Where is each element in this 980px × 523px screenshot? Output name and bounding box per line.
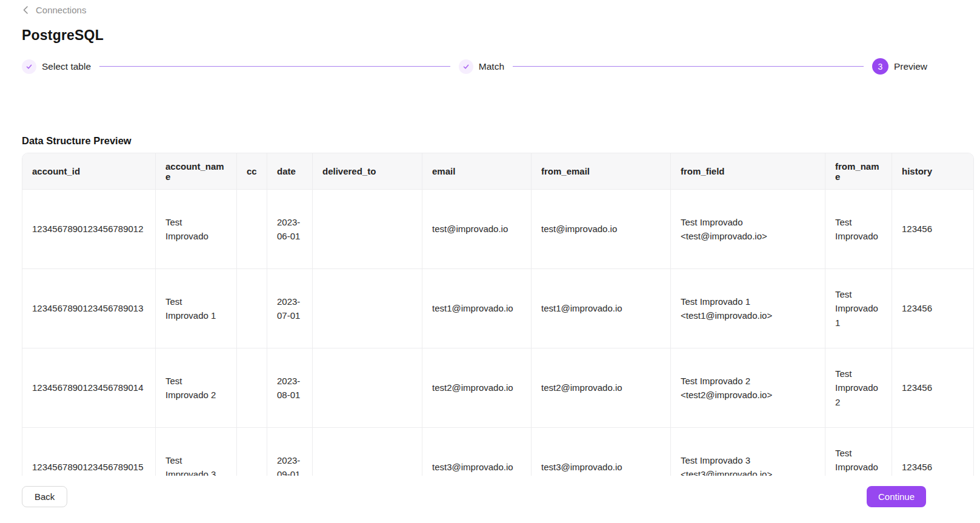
column-header-from_email: from_email	[532, 153, 671, 190]
table-cell: Test Improvado 2	[825, 348, 892, 428]
table-cell: test2@improvado.io	[422, 348, 532, 428]
table-cell: test2@improvado.io	[532, 348, 671, 428]
data-preview-table: account_idaccount_nameccdatedelivered_to…	[22, 153, 974, 507]
breadcrumb-label: Connections	[36, 5, 86, 15]
step-done-check-icon	[22, 59, 36, 74]
table-cell: Test Improvado	[825, 190, 892, 269]
postgresql-preview-page: Connections PostgreSQL Select table Matc…	[0, 0, 980, 523]
column-header-date: date	[267, 153, 313, 190]
step-select-table[interactable]: Select table	[22, 59, 91, 74]
table-cell: 123456	[892, 348, 974, 428]
table-cell: 2023-06-01	[267, 190, 313, 269]
step-number-badge: 3	[872, 58, 888, 75]
table-cell: 2023-07-01	[267, 269, 313, 348]
back-button[interactable]: Back	[22, 486, 67, 507]
step-done-check-icon	[459, 59, 473, 74]
table-cell	[237, 348, 267, 428]
table-row: 1234567890123456789013Test Improvado 120…	[22, 269, 974, 348]
table-cell: 1234567890123456789012	[22, 190, 156, 269]
table-cell: 1234567890123456789013	[22, 269, 156, 348]
step-label: Preview	[894, 61, 927, 72]
wizard-stepper: Select table Match 3 Preview	[22, 58, 927, 75]
column-header-email: email	[422, 153, 532, 190]
table-cell: test@improvado.io	[532, 190, 671, 269]
column-header-history: history	[892, 153, 974, 190]
table-cell	[237, 190, 267, 269]
table-cell: test1@improvado.io	[422, 269, 532, 348]
step-label: Match	[479, 61, 504, 72]
column-header-account_name: account_name	[156, 153, 237, 190]
table-cell: 1234567890123456789014	[22, 348, 156, 428]
column-header-account_id: account_id	[22, 153, 156, 190]
data-preview-table-container: account_idaccount_nameccdatedelivered_to…	[22, 153, 974, 523]
table-cell: 2023-08-01	[267, 348, 313, 428]
table-cell	[237, 269, 267, 348]
table-cell: Test Improvado	[156, 190, 237, 269]
table-cell: Test Improvado <test@improvado.io>	[671, 190, 825, 269]
table-row: 1234567890123456789012Test Improvado2023…	[22, 190, 974, 269]
column-header-from_field: from_field	[671, 153, 825, 190]
table-cell: Test Improvado 1	[156, 269, 237, 348]
column-header-from_name: from_name	[825, 153, 892, 190]
table-cell: test1@improvado.io	[532, 269, 671, 348]
table-cell	[313, 190, 422, 269]
page-title: PostgreSQL	[22, 27, 980, 44]
step-label: Select table	[42, 61, 91, 72]
step-preview[interactable]: 3 Preview	[872, 58, 927, 75]
continue-button[interactable]: Continue	[867, 486, 926, 507]
breadcrumb-connections[interactable]: Connections	[0, 0, 86, 15]
stepper-connector	[99, 66, 450, 67]
table-cell: 123456	[892, 269, 974, 348]
table-cell: Test Improvado 2 <test2@improvado.io>	[671, 348, 825, 428]
footer-bar: Back Continue	[0, 476, 980, 523]
table-cell: Test Improvado 1	[825, 269, 892, 348]
column-header-delivered_to: delivered_to	[313, 153, 422, 190]
table-row: 1234567890123456789014Test Improvado 220…	[22, 348, 974, 428]
table-cell: test@improvado.io	[422, 190, 532, 269]
table-cell: 123456	[892, 190, 974, 269]
chevron-left-icon	[22, 5, 30, 15]
stepper-connector	[513, 66, 864, 67]
table-cell: Test Improvado 2	[156, 348, 237, 428]
table-header-row: account_idaccount_nameccdatedelivered_to…	[22, 153, 974, 190]
table-cell	[313, 269, 422, 348]
data-structure-preview-title: Data Structure Preview	[22, 135, 980, 147]
column-header-cc: cc	[237, 153, 267, 190]
table-cell: Test Improvado 1 <test1@improvado.io>	[671, 269, 825, 348]
table-cell	[313, 348, 422, 428]
step-match[interactable]: Match	[459, 59, 504, 74]
